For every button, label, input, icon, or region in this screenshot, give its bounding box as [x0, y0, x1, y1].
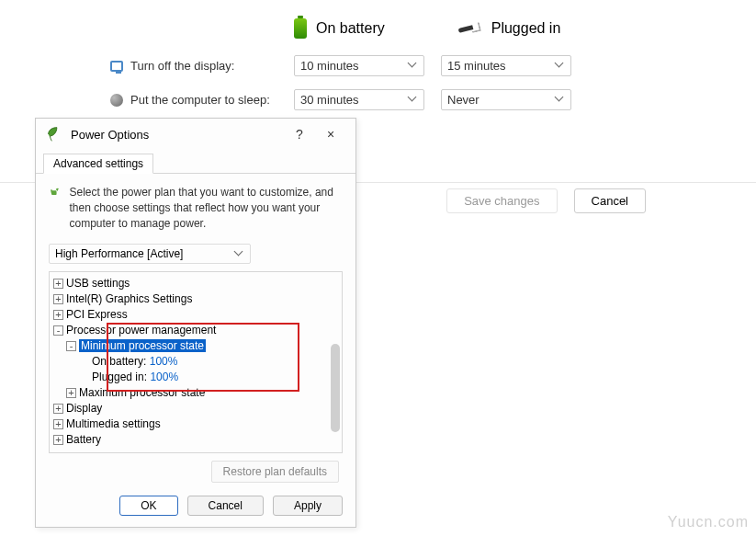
- expand-icon[interactable]: +: [53, 404, 63, 414]
- tree-battery[interactable]: Battery: [66, 433, 101, 446]
- display-battery-select[interactable]: 10 minutes: [294, 55, 424, 76]
- chevron-down-icon: [235, 250, 244, 259]
- save-changes-button[interactable]: Save changes: [446, 188, 557, 213]
- help-button[interactable]: ?: [284, 127, 315, 142]
- sleep-timeout-row: Put the computer to sleep: 30 minutes Ne…: [37, 89, 719, 110]
- ok-button[interactable]: OK: [119, 496, 177, 516]
- tab-advanced-settings[interactable]: Advanced settings: [43, 154, 153, 174]
- tree-display[interactable]: Display: [66, 402, 102, 415]
- dialog-button-row: OK Cancel Apply: [36, 488, 355, 527]
- expand-icon[interactable]: +: [53, 419, 63, 429]
- tree-min-state[interactable]: Minimum processor state: [79, 339, 206, 352]
- sleep-label: Put the computer to sleep:: [130, 93, 270, 107]
- display-timeout-row: Turn off the display: 10 minutes 15 minu…: [37, 55, 719, 76]
- on-battery-header: On battery: [316, 20, 385, 37]
- power-plan-select[interactable]: High Performance [Active]: [49, 244, 251, 264]
- restore-defaults-button[interactable]: Restore plan defaults: [211, 461, 339, 483]
- moon-icon: [110, 94, 123, 107]
- expand-icon[interactable]: +: [53, 279, 63, 289]
- scrollbar-thumb[interactable]: [331, 344, 340, 432]
- column-headers: On battery Plugged in: [294, 18, 719, 39]
- dialog-description: Select the power plan that you want to c…: [69, 185, 343, 231]
- display-plugged-select[interactable]: 15 minutes: [441, 55, 571, 76]
- sleep-plugged-select[interactable]: Never: [441, 89, 571, 110]
- close-button[interactable]: ×: [315, 127, 346, 142]
- expand-icon[interactable]: +: [53, 310, 63, 320]
- dialog-body: Select the power plan that you want to c…: [36, 174, 355, 488]
- tree-on-battery-label: On battery:: [92, 355, 146, 368]
- tree-on-battery-value[interactable]: 100%: [150, 355, 178, 368]
- tree-gfx[interactable]: Intel(R) Graphics Settings: [66, 292, 192, 305]
- expand-icon[interactable]: +: [66, 388, 76, 398]
- expand-icon[interactable]: +: [53, 435, 63, 445]
- settings-tree[interactable]: +USB settings +Intel(R) Graphics Setting…: [49, 271, 343, 453]
- watering-can-icon: [49, 185, 60, 231]
- chevron-down-icon: [409, 62, 418, 71]
- collapse-icon[interactable]: -: [53, 325, 63, 336]
- tree-multimedia[interactable]: Multimedia settings: [66, 417, 161, 430]
- plug-icon: [458, 23, 482, 34]
- cancel-button[interactable]: Cancel: [574, 188, 646, 213]
- tree-plugged-label: Plugged in:: [92, 371, 147, 383]
- dialog-title: Power Options: [71, 128, 284, 142]
- expand-icon[interactable]: +: [53, 294, 63, 304]
- dialog-titlebar: Power Options ? ×: [36, 119, 355, 150]
- power-options-icon: [45, 124, 65, 144]
- tree-pci[interactable]: PCI Express: [66, 308, 128, 321]
- sleep-battery-select[interactable]: 30 minutes: [294, 89, 424, 110]
- watermark: Yuucn.com: [668, 514, 749, 530]
- chevron-down-icon: [409, 96, 418, 105]
- chevron-down-icon: [556, 96, 565, 105]
- battery-icon: [294, 18, 307, 39]
- tree-usb[interactable]: USB settings: [66, 277, 130, 290]
- tree-max-state[interactable]: Maximum processor state: [79, 386, 205, 399]
- power-options-dialog: Power Options ? × Advanced settings Sele…: [35, 118, 356, 528]
- apply-button[interactable]: Apply: [273, 496, 343, 516]
- basic-footer: Save changes Cancel: [446, 188, 646, 213]
- chevron-down-icon: [556, 62, 565, 71]
- tree-ppm[interactable]: Processor power management: [66, 324, 216, 336]
- monitor-icon: [110, 61, 123, 72]
- tab-bar: Advanced settings: [36, 150, 355, 174]
- dialog-cancel-button[interactable]: Cancel: [187, 496, 264, 516]
- tree-plugged-value[interactable]: 100%: [150, 371, 178, 383]
- plugged-in-header: Plugged in: [491, 20, 561, 37]
- display-label: Turn off the display:: [130, 59, 234, 73]
- collapse-icon[interactable]: -: [66, 341, 76, 351]
